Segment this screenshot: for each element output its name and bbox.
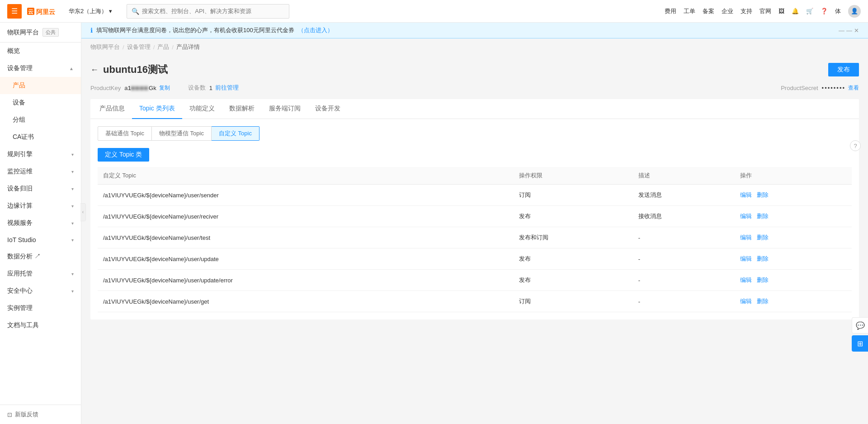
help-circle-icon[interactable]: ❓ xyxy=(821,8,828,14)
table-container: 自定义 Topic 操作权限 描述 操作 /a1VIUYVUEGk/${devi… xyxy=(90,167,859,319)
cell-actions: 编辑 删除 xyxy=(735,185,852,206)
tab-function-define[interactable]: 功能定义 xyxy=(182,99,222,119)
notice-text: 填写物联网平台满意度问卷，说出您的心声，有机会收获100元阿里云代金券 xyxy=(96,26,294,34)
help-icon[interactable]: ? xyxy=(850,140,861,151)
sidebar-item-label: 文档与工具 xyxy=(7,321,39,329)
back-button[interactable]: ← xyxy=(90,65,99,75)
sidebar-item-device[interactable]: 设备 xyxy=(0,94,81,111)
tab-product-info[interactable]: 产品信息 xyxy=(92,99,132,119)
sidebar-item-data-analysis[interactable]: 数据分析 ↗ xyxy=(0,248,81,265)
delete-link[interactable]: 删除 xyxy=(757,234,769,241)
tab-data-analysis[interactable]: 数据解析 xyxy=(222,99,262,119)
product-detail-card: 产品信息 Topic 类列表 功能定义 数据解析 服务端订阅 设备开发 基础通信… xyxy=(90,99,859,319)
breadcrumb-item-product[interactable]: 产品 xyxy=(157,43,169,51)
tab-topic-list[interactable]: Topic 类列表 xyxy=(132,99,182,119)
breadcrumb-item-iot[interactable]: 物联网平台 xyxy=(90,43,120,51)
minimize-btn[interactable]: — xyxy=(839,27,844,34)
avatar[interactable]: 👤 xyxy=(848,5,861,18)
edit-link[interactable]: 编辑 xyxy=(740,234,752,241)
sidebar-section-device-upgrade[interactable]: 设备归旧 ▾ xyxy=(0,180,81,197)
region-text: 华东2（上海） xyxy=(69,7,107,15)
sidebar-item-product[interactable]: 产品 xyxy=(0,77,81,94)
product-key-info: ProductKey a1■■■■Gk 复制 xyxy=(90,84,170,92)
region-selector[interactable]: 华东2（上海） ▾ xyxy=(69,7,112,15)
sidebar-item-overview[interactable]: 概览 xyxy=(0,43,81,60)
sidebar-section-monitor[interactable]: 监控运维 ▾ xyxy=(0,163,81,180)
tab-server-subscribe[interactable]: 服务端订阅 xyxy=(262,99,308,119)
top-navigation: ☰ 云 阿里云 华东2（上海） ▾ 🔍 费用 工单 备案 企业 支持 官网 🖼 … xyxy=(0,0,868,23)
sidebar: 物联网平台 公共 概览 设备管理 ▲ 产品 设备 分组 CA证书 规则引擎 ▾ … xyxy=(0,23,81,424)
sidebar-section-iot-studio[interactable]: IoT Studio ▾ xyxy=(0,232,81,248)
breadcrumb-item-device-mgmt[interactable]: 设备管理 xyxy=(127,43,151,51)
sidebar-section-label: 监控运维 xyxy=(7,167,33,176)
sub-tab-basic[interactable]: 基础通信 Topic xyxy=(98,126,152,141)
sub-tab-model[interactable]: 物模型通信 Topic xyxy=(152,126,212,141)
define-topic-button[interactable]: 定义 Topic 类 xyxy=(98,148,149,162)
col-header-topic: 自定义 Topic xyxy=(98,167,514,185)
sidebar-section-app-hosting[interactable]: 应用托管 ▾ xyxy=(0,265,81,282)
edit-link[interactable]: 编辑 xyxy=(740,298,752,305)
edit-link[interactable]: 编辑 xyxy=(740,213,752,219)
sidebar-item-docs[interactable]: 文档与工具 xyxy=(0,317,81,334)
cell-description: - xyxy=(633,270,735,291)
manage-link[interactable]: 前往管理 xyxy=(215,84,239,92)
nav-item-icp[interactable]: 备案 xyxy=(703,7,714,15)
delete-link[interactable]: 删除 xyxy=(757,298,769,305)
edit-link[interactable]: 编辑 xyxy=(740,276,752,283)
sidebar-item-group[interactable]: 分组 xyxy=(0,111,81,129)
view-secret-button[interactable]: 查看 xyxy=(848,84,859,92)
publish-button[interactable]: 发布 xyxy=(828,63,859,76)
minimize-btn2[interactable]: — xyxy=(846,27,852,34)
logo[interactable]: 云 阿里云 xyxy=(27,5,63,18)
sidebar-section-video[interactable]: 视频服务 ▾ xyxy=(0,214,81,232)
delete-link[interactable]: 删除 xyxy=(757,255,769,262)
sidebar-section-label: 规则引擎 xyxy=(7,150,33,158)
nav-item-official[interactable]: 官网 xyxy=(760,7,771,15)
image-icon[interactable]: 🖼 xyxy=(778,8,784,14)
chevron-down-icon: ▾ xyxy=(71,238,74,243)
search-input[interactable] xyxy=(142,8,284,14)
cell-topic: /a1VIUYVUEGk/${deviceName}/user/sender xyxy=(98,185,514,206)
product-key-label: ProductKey xyxy=(90,85,121,91)
apps-float-btn[interactable]: ⊞ xyxy=(852,335,868,352)
cell-description: - xyxy=(633,248,735,270)
table-row: /a1VIUYVUEGk/${deviceName}/user/get订阅-编辑… xyxy=(98,291,852,312)
bell-icon[interactable]: 🔔 xyxy=(792,8,799,14)
delete-link[interactable]: 删除 xyxy=(757,276,769,283)
sidebar-section-security[interactable]: 安全中心 ▾ xyxy=(0,282,81,300)
edit-link[interactable]: 编辑 xyxy=(740,255,752,262)
sidebar-footer-feedback[interactable]: ⊡ 新版反馈 xyxy=(0,405,81,424)
sidebar-item-ca-cert[interactable]: CA证书 xyxy=(0,129,81,146)
tab-device-dev[interactable]: 设备开发 xyxy=(308,99,348,119)
notice-link[interactable]: （点击进入） xyxy=(298,26,333,34)
sidebar-section-label: 设备归旧 xyxy=(7,185,33,193)
sidebar-item-instance[interactable]: 实例管理 xyxy=(0,300,81,317)
copy-button[interactable]: 复制 xyxy=(159,84,170,92)
sidebar-section-edge[interactable]: 边缘计算 ▾ xyxy=(0,197,81,214)
sidebar-section-device-mgmt[interactable]: 设备管理 ▲ xyxy=(0,60,81,77)
hamburger-menu[interactable]: ☰ xyxy=(7,4,22,19)
sub-tab-custom[interactable]: 自定义 Topic xyxy=(212,126,259,141)
delete-link[interactable]: 删除 xyxy=(757,213,769,219)
delete-link[interactable]: 删除 xyxy=(757,191,769,198)
main-layout: 物联网平台 公共 概览 设备管理 ▲ 产品 设备 分组 CA证书 规则引擎 ▾ … xyxy=(0,23,868,424)
table-row: /a1VIUYVUEGk/${deviceName}/user/update发布… xyxy=(98,248,852,270)
breadcrumb: 物联网平台 / 设备管理 / 产品 / 产品详情 xyxy=(81,38,868,56)
sidebar-section-rules[interactable]: 规则引擎 ▾ xyxy=(0,146,81,163)
sidebar-collapse-toggle[interactable]: ‹ xyxy=(80,203,86,221)
cell-description: 发送消息 xyxy=(633,185,735,206)
search-bar[interactable]: 🔍 xyxy=(127,4,289,19)
chat-float-btn[interactable]: 💬 xyxy=(852,317,868,333)
device-count-value: 1 前往管理 xyxy=(209,84,239,92)
close-banner-btn[interactable]: ✕ xyxy=(854,27,859,34)
edit-link[interactable]: 编辑 xyxy=(740,191,752,198)
nav-item-fee[interactable]: 费用 xyxy=(665,7,676,15)
nav-item-support[interactable]: 支持 xyxy=(741,7,752,15)
cart-icon[interactable]: 🛒 xyxy=(806,8,813,14)
page-header: ← ubuntu16测试 发布 xyxy=(90,56,859,82)
nav-item-ticket[interactable]: 工单 xyxy=(684,7,695,15)
lang-icon[interactable]: 体 xyxy=(835,7,841,15)
cell-topic: /a1VIUYVUEGk/${deviceName}/user/test xyxy=(98,227,514,248)
cell-topic: /a1VIUYVUEGk/${deviceName}/user/update xyxy=(98,248,514,270)
nav-item-enterprise[interactable]: 企业 xyxy=(722,7,733,15)
